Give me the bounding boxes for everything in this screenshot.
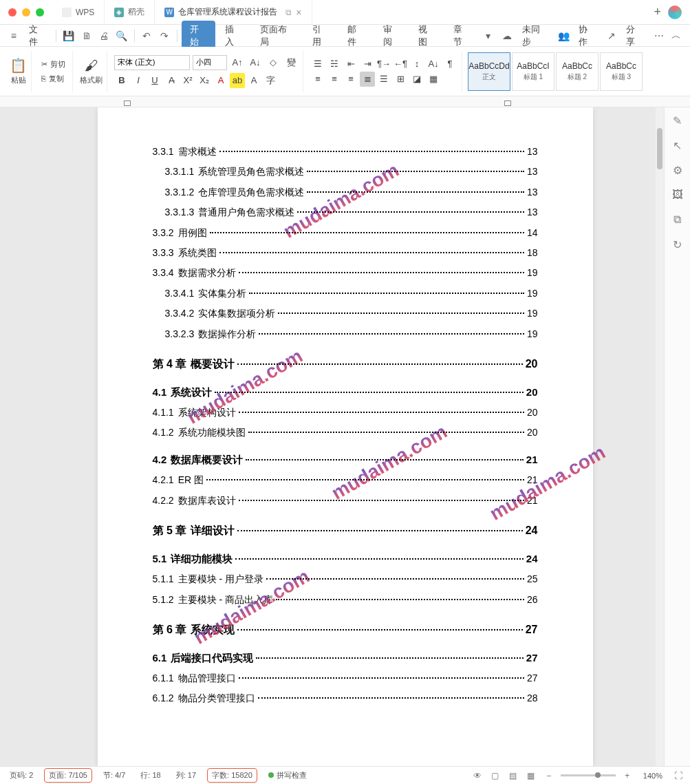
brand-icon[interactable] <box>668 6 682 19</box>
share-button[interactable]: 分享 <box>621 21 649 51</box>
zoom-out-icon[interactable]: − <box>543 770 555 782</box>
page-status[interactable]: 页面: 7/105 <box>44 768 92 783</box>
toc-entry[interactable]: 3.3.4.2实体集数据项分析19 <box>153 304 538 324</box>
char-border-icon[interactable]: 字 <box>263 73 278 88</box>
toc-entry[interactable]: 3.3.1.2仓库管理员角色需求概述13 <box>153 182 538 202</box>
align-justify-icon[interactable]: ≣ <box>360 72 375 87</box>
more-icon[interactable]: ⋯ <box>651 28 667 44</box>
close-tab-icon[interactable]: × <box>296 7 301 18</box>
collab-icon[interactable]: 👥 <box>556 28 572 44</box>
indent-icon[interactable]: ⇥ <box>360 56 375 72</box>
style-item[interactable]: AaBbCcDd正文 <box>468 52 510 91</box>
outdent-icon[interactable]: ⇤ <box>343 56 358 72</box>
menu-tab-引用[interactable]: 引用 <box>304 21 338 51</box>
menu-tab-开始[interactable]: 开始 <box>182 21 215 51</box>
bold-icon[interactable]: B <box>114 73 129 88</box>
toc-entry[interactable]: 4.2.1ER 图21 <box>153 470 538 490</box>
toc-entry[interactable]: 3.3.1.1系统管理员角色需求概述13 <box>153 162 538 182</box>
view-web-icon[interactable]: ▤ <box>507 770 519 782</box>
sync-status[interactable]: 未同步 <box>517 21 554 51</box>
toc-entry[interactable]: 3.3.4数据需求分析19 <box>153 263 538 283</box>
toc-entry[interactable]: 6.1后端接口代码实现27 <box>153 647 538 669</box>
highlight-icon[interactable]: ab <box>230 73 245 88</box>
screenshot-icon[interactable]: ⧉ <box>670 212 685 227</box>
toc-entry[interactable]: 6.1.1物品管理接口27 <box>153 668 538 688</box>
paste-button[interactable]: 📋 粘贴 <box>10 57 27 85</box>
page-num-status[interactable]: 页码: 2 <box>6 769 37 782</box>
collapse-ribbon-icon[interactable]: ︿ <box>668 28 684 44</box>
style-item[interactable]: AaBbCc标题 3 <box>600 52 643 91</box>
toc-entry[interactable]: 3.3.2用例图14 <box>153 223 538 243</box>
borders-icon[interactable]: ▦ <box>426 72 441 87</box>
maximize-icon[interactable] <box>36 8 44 17</box>
tab-stops-icon[interactable]: ⊞ <box>393 72 408 87</box>
numbering-icon[interactable]: ☵ <box>327 56 342 72</box>
toc-entry[interactable]: 4.1系统设计20 <box>153 381 538 403</box>
toc-entry[interactable]: 4.1.1系统架构设计20 <box>153 403 538 423</box>
settings-icon[interactable]: ⚙ <box>670 162 685 178</box>
font-size-select[interactable] <box>193 55 227 70</box>
add-tab-button[interactable]: + <box>647 5 668 19</box>
bullets-icon[interactable]: ☰ <box>310 56 325 72</box>
close-icon[interactable] <box>8 8 17 17</box>
linespacing-icon[interactable]: ↕ <box>409 56 424 72</box>
toc-entry[interactable]: 3.3.3系统类图18 <box>153 243 538 263</box>
phonetic-icon[interactable]: 變 <box>283 55 299 70</box>
toc-entry[interactable]: 4.2数据库概要设计21 <box>153 449 538 471</box>
view-print-icon[interactable]: ▢ <box>489 770 502 782</box>
italic-icon[interactable]: I <box>131 73 146 88</box>
char-shading-icon[interactable]: A <box>246 73 261 88</box>
toc-entry[interactable]: 5.1.2主要模块 - 商品出入库26 <box>153 590 538 610</box>
menu-tab-邮件[interactable]: 邮件 <box>339 21 373 51</box>
redo-icon[interactable]: ↷ <box>156 28 173 44</box>
ltr-icon[interactable]: ¶→ <box>376 56 391 72</box>
scrollbar[interactable] <box>656 107 664 766</box>
view-outline-icon[interactable]: ▦ <box>525 770 537 782</box>
toc-entry[interactable]: 3.3.1.3普通用户角色需求概述13 <box>153 202 538 222</box>
rtl-icon[interactable]: ←¶ <box>393 56 408 72</box>
align-right-icon[interactable]: ≡ <box>343 72 358 87</box>
underline-icon[interactable]: U <box>147 73 162 88</box>
menu-tab-视图[interactable]: 视图 <box>410 21 444 51</box>
document-tab[interactable]: ◈稻壳 <box>105 0 155 24</box>
scroll-thumb[interactable] <box>657 128 662 169</box>
grow-font-icon[interactable]: A↑ <box>230 55 245 70</box>
menu-tab-插入[interactable]: 插入 <box>217 21 250 51</box>
hamburger-icon[interactable]: ≡ <box>6 28 22 44</box>
zoom-value[interactable]: 140% <box>639 770 667 781</box>
toc-entry[interactable]: 6.1.2物品分类管理接口28 <box>153 688 538 708</box>
share-icon[interactable]: ↗ <box>603 28 620 44</box>
cloud-icon[interactable]: ☁ <box>499 28 516 44</box>
font-color-icon[interactable]: A <box>213 73 228 88</box>
ruler[interactable] <box>0 96 690 107</box>
zoom-slider[interactable] <box>561 774 616 776</box>
distribute-icon[interactable]: ☰ <box>376 72 391 87</box>
show-marks-icon[interactable]: ¶ <box>442 56 457 72</box>
spell-check-status[interactable]: 拼写检查 <box>264 769 311 782</box>
file-menu[interactable]: 文件 <box>23 21 52 51</box>
toc-entry[interactable]: 4.1.2系统功能模块图20 <box>153 423 538 443</box>
minimize-icon[interactable] <box>22 8 30 17</box>
toc-entry[interactable]: 3.3.2.3数据操作分析19 <box>153 324 538 344</box>
shrink-font-icon[interactable]: A↓ <box>248 55 263 70</box>
format-painter-button[interactable]: 🖌 格式刷 <box>80 58 103 85</box>
toc-entry[interactable]: 5.1详细功能模块24 <box>153 548 538 570</box>
document-tab[interactable]: WPS <box>52 0 105 24</box>
print-icon[interactable]: 🖨 <box>96 28 112 44</box>
toc-entry[interactable]: 5.1.1主要模块 - 用户登录25 <box>153 569 538 589</box>
toc-entry[interactable]: 第 4 章概要设计20 <box>153 352 538 376</box>
zoom-in-icon[interactable]: + <box>621 770 634 782</box>
toc-entry[interactable]: 3.3.1需求概述13 <box>153 142 538 162</box>
external-icon[interactable]: ⧉ <box>285 8 292 17</box>
collab-button[interactable]: 协作 <box>573 21 602 51</box>
history-icon[interactable]: ↻ <box>670 237 685 252</box>
save-as-icon[interactable]: 🗎 <box>78 28 95 44</box>
preview-icon[interactable]: 🔍 <box>114 28 130 44</box>
menu-tab-章节[interactable]: 章节 <box>445 21 479 51</box>
toc-entry[interactable]: 第 5 章详细设计24 <box>153 519 538 542</box>
cut-button[interactable]: ✂剪切 <box>39 58 68 71</box>
style-item[interactable]: AaBbCc标题 2 <box>556 52 599 91</box>
document-page[interactable]: mudaima.com mudaima.com mudaima.com muda… <box>98 107 593 766</box>
superscript-icon[interactable]: X² <box>180 73 195 88</box>
clear-format-icon[interactable]: ◇ <box>266 55 281 70</box>
